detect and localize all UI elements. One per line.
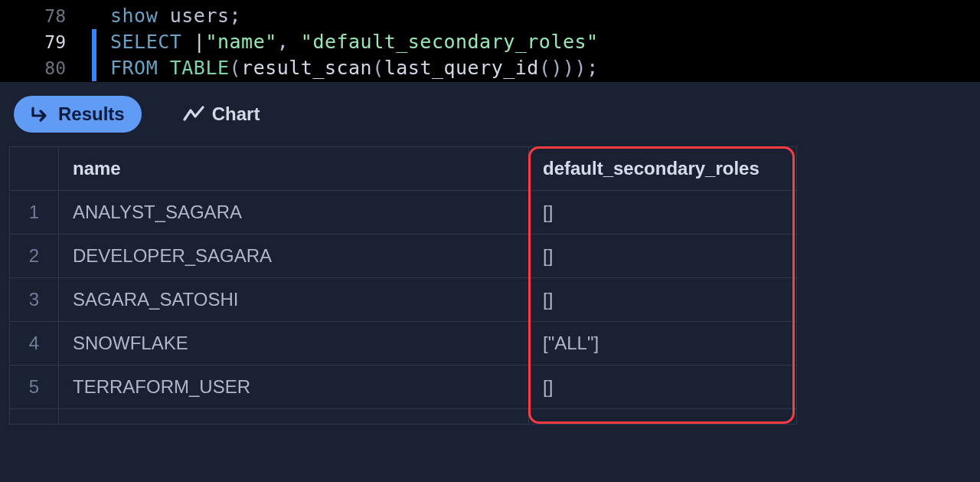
sql-paren: ( — [230, 57, 242, 79]
tab-chart[interactable]: Chart — [166, 96, 277, 133]
sql-type: TABLE — [170, 57, 230, 79]
results-table[interactable]: name default_secondary_roles 1 ANALYST_S… — [9, 146, 797, 425]
table-row[interactable]: 2 DEVELOPER_SAGARA [] — [10, 234, 797, 278]
table-row[interactable]: 1 ANALYST_SAGARA [] — [10, 191, 797, 234]
code-content[interactable]: FROM TABLE(result_scan(last_query_id()))… — [96, 55, 599, 81]
result-tabs: Results Chart — [0, 82, 980, 146]
code-content[interactable]: SELECT |"name", "default_secondary_roles… — [96, 29, 599, 55]
row-number — [10, 409, 59, 425]
cell-roles — [529, 409, 797, 425]
line-number: 78 — [0, 3, 92, 29]
sql-function: result_scan — [241, 57, 372, 79]
line-number: 79 — [0, 29, 92, 55]
sql-paren: ) — [575, 57, 587, 79]
sql-text: , — [277, 31, 301, 53]
line-number: 80 — [0, 55, 92, 81]
results-panel: Results Chart name default_secondary — [0, 81, 980, 482]
row-number: 4 — [10, 322, 59, 366]
sql-function: last_query_id — [384, 57, 539, 79]
cell-name[interactable]: SAGARA_SATOSHI — [59, 278, 529, 322]
text-cursor: | — [194, 31, 206, 53]
sql-paren: ) — [563, 57, 575, 79]
column-header-roles[interactable]: default_secondary_roles — [529, 147, 797, 191]
cell-roles[interactable]: ["ALL"] — [529, 322, 797, 366]
column-header-name[interactable]: name — [59, 147, 529, 191]
code-content[interactable]: show users; — [96, 3, 241, 29]
chart-line-icon — [183, 106, 204, 123]
return-arrow-icon — [31, 106, 51, 123]
sql-keyword: show — [110, 5, 158, 27]
sql-keyword: SELECT — [110, 31, 194, 53]
cell-name — [59, 409, 529, 425]
sql-string: "default_secondary_roles" — [301, 31, 599, 53]
cell-name[interactable]: ANALYST_SAGARA — [59, 191, 529, 234]
cell-name[interactable]: SNOWFLAKE — [59, 322, 529, 366]
tab-label: Chart — [212, 103, 260, 125]
editor-line[interactable]: 78 show users; — [0, 3, 980, 29]
row-number: 5 — [10, 366, 59, 409]
table-row-empty — [10, 409, 797, 425]
sql-editor[interactable]: 78 show users; 79 SELECT |"name", "defau… — [0, 0, 980, 81]
sql-paren: ( — [539, 57, 551, 79]
sql-paren: ( — [372, 57, 384, 79]
row-number-header — [10, 147, 59, 191]
sql-paren: ) — [550, 57, 563, 79]
cell-name[interactable]: TERRAFORM_USER — [59, 366, 529, 409]
row-number: 1 — [10, 191, 59, 234]
sql-keyword: FROM — [110, 57, 170, 79]
tab-results[interactable]: Results — [14, 96, 142, 133]
table-row[interactable]: 3 SAGARA_SATOSHI [] — [10, 278, 797, 322]
cell-roles[interactable]: [] — [529, 234, 797, 278]
tab-label: Results — [58, 103, 125, 125]
cell-name[interactable]: DEVELOPER_SAGARA — [59, 234, 529, 278]
table-header-row: name default_secondary_roles — [10, 147, 797, 191]
row-number: 3 — [10, 278, 59, 322]
sql-text: users; — [158, 5, 241, 27]
cell-roles[interactable]: [] — [529, 278, 797, 322]
results-grid-wrap: name default_secondary_roles 1 ANALYST_S… — [0, 146, 980, 425]
table-row[interactable]: 4 SNOWFLAKE ["ALL"] — [10, 322, 797, 366]
editor-line[interactable]: 79 SELECT |"name", "default_secondary_ro… — [0, 29, 980, 55]
sql-string: "name" — [205, 31, 276, 53]
cell-roles[interactable]: [] — [529, 366, 797, 409]
table-row[interactable]: 5 TERRAFORM_USER [] — [10, 366, 797, 409]
row-number: 2 — [10, 234, 59, 278]
editor-line[interactable]: 80 FROM TABLE(result_scan(last_query_id(… — [0, 55, 980, 81]
cell-roles[interactable]: [] — [529, 191, 797, 234]
sql-text: ; — [586, 57, 599, 79]
